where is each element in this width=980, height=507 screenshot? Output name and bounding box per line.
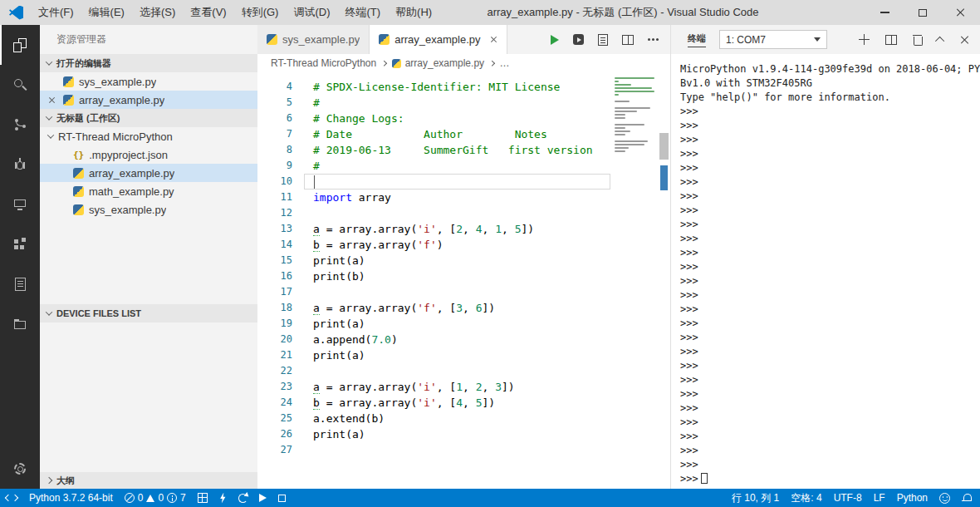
python-interpreter[interactable]: Python 3.7.2 64-bit xyxy=(23,489,119,507)
line-number[interactable]: 18 xyxy=(257,300,311,316)
line-number[interactable]: 13 xyxy=(257,221,311,237)
code-line[interactable]: 19print(a) xyxy=(257,316,670,332)
encoding[interactable]: UTF-8 xyxy=(828,489,868,507)
line-number[interactable]: 10 xyxy=(257,174,311,190)
terminal-select[interactable]: 1: COM7 xyxy=(719,30,827,49)
code-line[interactable]: 14b = array.array('f') xyxy=(257,237,670,253)
code-line[interactable]: 11import array xyxy=(257,190,670,205)
line-number[interactable]: 9 xyxy=(257,158,311,174)
close-icon[interactable] xyxy=(490,36,497,43)
line-number[interactable]: 27 xyxy=(257,442,311,458)
menu-item[interactable]: 文件(F) xyxy=(31,0,81,25)
menu-item[interactable]: 选择(S) xyxy=(132,0,183,25)
line-number[interactable]: 24 xyxy=(257,395,311,411)
menu-item[interactable]: 转到(G) xyxy=(234,0,287,25)
code-line[interactable]: 5# xyxy=(257,95,670,111)
line-number[interactable]: 26 xyxy=(257,426,311,442)
code-line[interactable]: 16print(b) xyxy=(257,268,670,284)
tab-sys_example.py[interactable]: sys_example.py xyxy=(257,25,370,54)
code-line[interactable]: 10 xyxy=(257,174,670,190)
run-icon[interactable] xyxy=(551,35,559,45)
plus-icon[interactable] xyxy=(859,34,870,45)
code-line[interactable]: 23a = array.array('i', [1, 2, 3]) xyxy=(257,379,670,395)
section-open-editors[interactable]: 打开的编辑器 xyxy=(40,54,257,72)
code-editor[interactable]: 4# SPDX-License-Identifier: MIT License5… xyxy=(257,72,670,489)
breadcrumb-item[interactable]: … xyxy=(500,57,510,69)
line-number[interactable]: 5 xyxy=(257,95,311,111)
code-line[interactable]: 13a = array.array('i', [2, 4, 1, 5]) xyxy=(257,221,670,237)
code-line[interactable]: 4# SPDX-License-Identifier: MIT License xyxy=(257,79,670,95)
code-line[interactable]: 24b = array.array('i', [4, 5]) xyxy=(257,395,670,411)
line-number[interactable]: 23 xyxy=(257,379,311,395)
line-number[interactable]: 22 xyxy=(257,363,311,379)
activity-folders[interactable] xyxy=(0,304,40,344)
feedback-button[interactable] xyxy=(933,489,956,507)
debug-run-icon[interactable] xyxy=(573,34,584,45)
editor-scrollbar[interactable] xyxy=(658,72,670,489)
line-number[interactable]: 15 xyxy=(257,253,311,268)
problems-button[interactable]: 0 0 7 xyxy=(119,489,192,507)
section-device-files[interactable]: DEVICE FILES LIST xyxy=(40,304,257,322)
line-number[interactable]: 25 xyxy=(257,411,311,426)
line-number[interactable]: 8 xyxy=(257,142,311,158)
line-number[interactable]: 11 xyxy=(257,190,311,205)
open-file-icon[interactable] xyxy=(598,34,608,46)
eol[interactable]: LF xyxy=(868,489,891,507)
menu-item[interactable]: 编辑(E) xyxy=(81,0,132,25)
code-line[interactable]: 25a.extend(b) xyxy=(257,411,670,426)
menu-item[interactable]: 查看(V) xyxy=(183,0,233,25)
tree-item[interactable]: math_example.py xyxy=(40,182,257,200)
line-number[interactable]: 14 xyxy=(257,237,311,253)
line-number[interactable]: 12 xyxy=(257,205,311,221)
code-line[interactable]: 15print(a) xyxy=(257,253,670,268)
breadcrumb-item[interactable]: RT-Thread MicroPython xyxy=(271,57,376,69)
language-mode[interactable]: Python xyxy=(891,489,933,507)
tree-folder[interactable]: RT-Thread MicroPython xyxy=(40,127,257,145)
minimap[interactable] xyxy=(611,72,658,489)
trash-icon[interactable] xyxy=(913,34,922,45)
section-workspace[interactable]: 无标题 (工作区) xyxy=(40,109,257,127)
section-outline[interactable]: 大纲 xyxy=(40,472,257,489)
code-line[interactable]: 9# xyxy=(257,158,670,174)
activity-source-control[interactable] xyxy=(0,105,40,145)
code-line[interactable]: 21print(a) xyxy=(257,347,670,363)
activity-debug[interactable] xyxy=(0,145,40,185)
line-number[interactable]: 7 xyxy=(257,126,311,142)
line-number[interactable]: 21 xyxy=(257,347,311,363)
menu-item[interactable]: 帮助(H) xyxy=(388,0,439,25)
close-button[interactable] xyxy=(942,0,980,25)
chevron-up-icon[interactable] xyxy=(935,36,944,45)
close-icon[interactable] xyxy=(48,96,56,104)
indentation[interactable]: 空格: 4 xyxy=(785,489,827,507)
code-line[interactable]: 6# Change Logs: xyxy=(257,111,670,126)
line-number[interactable]: 16 xyxy=(257,268,311,284)
terminal-output[interactable]: MicroPython v1.9.4-114-g309fe39d on 2018… xyxy=(671,54,980,489)
cursor-position[interactable]: 行 10, 列 1 xyxy=(726,489,785,507)
notifications-button[interactable] xyxy=(956,489,977,507)
activity-notebook[interactable] xyxy=(0,264,40,304)
activity-settings[interactable] xyxy=(0,449,40,489)
code-line[interactable]: 12 xyxy=(257,205,670,221)
tab-array_example.py[interactable]: array_example.py xyxy=(370,25,507,54)
split-editor-icon[interactable] xyxy=(622,35,634,45)
tree-item[interactable]: sys_example.py xyxy=(40,200,257,219)
more-icon[interactable] xyxy=(648,38,650,41)
code-line[interactable]: 8# 2019-06-13 SummerGift first version xyxy=(257,142,670,158)
grid-button[interactable] xyxy=(192,489,213,507)
breadcrumb-item[interactable]: array_example.py xyxy=(392,57,484,69)
open-editor-item[interactable]: array_example.py xyxy=(40,91,257,109)
line-number[interactable]: 4 xyxy=(257,79,311,95)
tree-item[interactable]: {}.mpyproject.json xyxy=(40,145,257,164)
remote-button[interactable] xyxy=(0,489,23,507)
line-number[interactable]: 6 xyxy=(257,111,311,126)
tab-terminal[interactable]: 终端 xyxy=(688,32,706,47)
close-icon[interactable] xyxy=(960,35,970,45)
activity-remote[interactable] xyxy=(0,185,40,224)
code-line[interactable]: 20a.append(7.0) xyxy=(257,332,670,347)
flash-button[interactable] xyxy=(213,489,233,507)
menu-item[interactable]: 调试(D) xyxy=(286,0,337,25)
activity-extensions[interactable] xyxy=(0,224,40,264)
line-number[interactable]: 20 xyxy=(257,332,311,347)
code-line[interactable]: 26print(a) xyxy=(257,426,670,442)
split-icon[interactable] xyxy=(885,35,897,45)
